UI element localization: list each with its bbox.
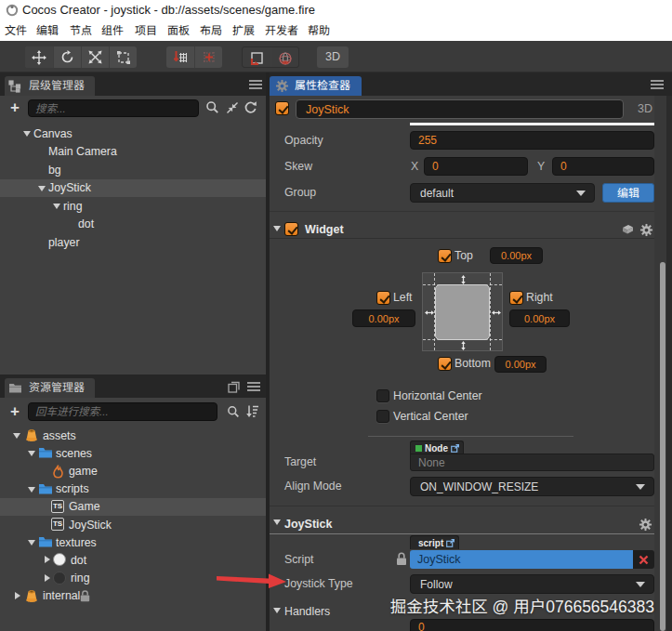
hierarchy-node-row[interactable]: JoyStick: [0, 179, 266, 198]
hierarchy-menu-icon[interactable]: [249, 80, 262, 89]
tree-expand-caret[interactable]: [15, 592, 20, 599]
move-tool-button[interactable]: [25, 46, 53, 68]
asset-row[interactable]: scenes: [0, 444, 266, 462]
inspector-scrollbar[interactable]: [660, 262, 665, 631]
skew-x-label: X: [411, 157, 418, 176]
tree-expand-caret[interactable]: [28, 451, 35, 456]
widget-right-input[interactable]: [510, 310, 569, 326]
collapse-all-icon[interactable]: [226, 101, 239, 114]
script-link-icon[interactable]: [446, 539, 455, 547]
app-logo-icon: [6, 4, 19, 17]
widget-top-checkbox[interactable]: [438, 249, 452, 263]
hierarchy-tab[interactable]: 层级管理器: [5, 76, 95, 96]
hierarchy-node-row[interactable]: player: [0, 233, 266, 252]
hierarchy-node-row[interactable]: dot: [0, 216, 266, 234]
menu-help[interactable]: 帮助: [308, 20, 330, 41]
hierarchy-node-row[interactable]: ring: [0, 197, 266, 216]
rotate-tool-button[interactable]: [53, 46, 81, 68]
hierarchy-node-row[interactable]: Canvas: [0, 125, 266, 143]
widget-copy-icon[interactable]: [621, 223, 635, 236]
group-dropdown[interactable]: default: [410, 183, 595, 203]
assets-add-button[interactable]: +: [7, 404, 22, 419]
tree-expand-caret[interactable]: [13, 433, 20, 439]
widget-right-checkbox[interactable]: [509, 291, 523, 305]
skew-x-field: [424, 157, 528, 176]
asset-row[interactable]: assets: [0, 427, 266, 444]
menu-developer[interactable]: 开发者: [265, 20, 298, 41]
menu-component[interactable]: 组件: [101, 20, 124, 41]
tree-expand-caret[interactable]: [45, 574, 50, 582]
rect-tool-button[interactable]: [109, 46, 137, 68]
assets-tab[interactable]: 资源管理器: [5, 378, 95, 398]
tree-expand-caret[interactable]: [45, 556, 50, 563]
joystick-gear-icon[interactable]: [639, 518, 652, 532]
target-drop-field[interactable]: None: [410, 454, 654, 471]
node-enabled-checkbox[interactable]: [275, 101, 289, 115]
globe-gizmo-button[interactable]: [270, 47, 298, 68]
asset-row[interactable]: TS JoyStick: [0, 516, 266, 533]
menu-file[interactable]: 文件: [5, 20, 27, 41]
align-mode-dropdown[interactable]: ON_WINDOW_RESIZE: [410, 477, 654, 496]
hierarchy-search-input[interactable]: [29, 100, 198, 116]
hierarchy-add-button[interactable]: +: [7, 100, 22, 115]
widget-top-input[interactable]: [491, 248, 542, 263]
tree-expand-caret[interactable]: [38, 186, 46, 191]
asset-row[interactable]: scripts: [0, 480, 266, 498]
opacity-input[interactable]: [411, 132, 653, 149]
menu-project[interactable]: 项目: [135, 20, 157, 41]
widget-collapse-caret[interactable]: [273, 226, 281, 231]
hierarchy-node-row[interactable]: bg: [0, 161, 266, 179]
3d-mode-button[interactable]: 3D: [317, 46, 349, 68]
asset-row[interactable]: game: [0, 462, 266, 480]
widget-bottom-checkbox[interactable]: [438, 357, 452, 371]
group-value: default: [420, 184, 454, 202]
skew-x-input[interactable]: [425, 158, 527, 175]
joystick-type-dropdown[interactable]: Follow: [410, 574, 654, 594]
tree-expand-caret[interactable]: [28, 487, 35, 493]
script-clear-button[interactable]: [633, 550, 654, 569]
inspector-tab[interactable]: 属性检查器: [270, 76, 362, 96]
assets-dock-icon[interactable]: [228, 381, 240, 393]
group-edit-button[interactable]: 编辑: [602, 183, 654, 203]
pivot-mode-button[interactable]: [166, 46, 194, 68]
tree-expand-caret[interactable]: [28, 540, 35, 546]
menu-layout[interactable]: 布局: [200, 20, 222, 41]
target-link-icon[interactable]: [451, 444, 459, 453]
widget-left-input[interactable]: [353, 310, 415, 326]
handlers-count-input[interactable]: [411, 620, 653, 631]
joystick-collapse-caret[interactable]: [273, 519, 281, 525]
region-gizmo-button[interactable]: [243, 47, 270, 68]
hierarchy-search-icon[interactable]: [205, 100, 219, 114]
assets-sort-icon[interactable]: [245, 404, 259, 418]
widget-enabled-checkbox[interactable]: [284, 222, 298, 236]
vertical-center-checkbox[interactable]: [376, 410, 389, 423]
widget-bottom-input[interactable]: [495, 357, 546, 372]
hierarchy-node-label: ring: [63, 197, 83, 216]
tree-expand-caret[interactable]: [23, 131, 31, 137]
skew-y-input[interactable]: [553, 158, 653, 175]
assets-search-icon[interactable]: [227, 405, 240, 418]
widget-left-checkbox[interactable]: [376, 291, 390, 305]
asset-row[interactable]: dot: [0, 551, 266, 569]
widget-bottom-label: Bottom: [455, 357, 491, 371]
horizontal-center-checkbox[interactable]: [376, 389, 389, 402]
tree-expand-caret[interactable]: [53, 204, 60, 209]
node-name-input[interactable]: [296, 100, 623, 118]
widget-gear-icon[interactable]: [639, 223, 653, 237]
menu-edit[interactable]: 编辑: [36, 20, 59, 41]
scale-tool-button[interactable]: [81, 46, 109, 68]
refresh-icon[interactable]: [244, 100, 257, 114]
assets-search-input[interactable]: [29, 403, 217, 420]
menu-extension[interactable]: 扩展: [232, 20, 255, 41]
widget-top-label: Top: [455, 249, 473, 263]
inspector-menu-icon[interactable]: [651, 80, 664, 89]
asset-row[interactable]: textures: [0, 533, 266, 551]
menu-node[interactable]: 节点: [70, 20, 92, 41]
handlers-collapse-caret[interactable]: [273, 608, 281, 613]
asset-row[interactable]: TS Game: [0, 498, 266, 516]
coordinate-mode-button[interactable]: [194, 46, 222, 68]
assets-menu-icon[interactable]: [247, 382, 260, 391]
hierarchy-node-row[interactable]: Main Camera: [0, 143, 266, 162]
menu-panel[interactable]: 面板: [167, 20, 190, 41]
script-value-field[interactable]: JoyStick: [410, 550, 633, 569]
